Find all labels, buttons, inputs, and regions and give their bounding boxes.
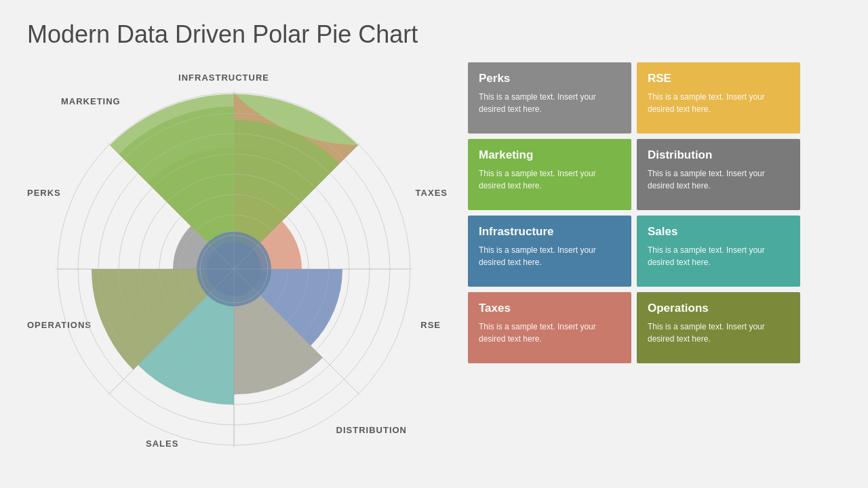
legend-card-operations: OperationsThis is a sample text. Insert … xyxy=(637,292,800,363)
legend-card-perks: PerksThis is a sample text. Insert your … xyxy=(468,62,631,134)
card-title-perks: Perks xyxy=(479,72,620,85)
card-title-rse: RSE xyxy=(648,72,789,85)
legend-card-rse: RSEThis is a sample text. Insert your de… xyxy=(637,62,800,134)
content-area: INFRASTRUCTURE TAXES RSE DISTRIBUTION SA… xyxy=(27,62,841,455)
card-text-rse: This is a sample text. Insert your desir… xyxy=(648,91,789,115)
card-text-marketing: This is a sample text. Insert your desir… xyxy=(479,167,620,192)
legend-card-distribution: DistributionThis is a sample text. Inser… xyxy=(637,139,800,210)
card-title-taxes: Taxes xyxy=(479,302,620,315)
legend-card-infrastructure: InfrastructureThis is a sample text. Ins… xyxy=(468,216,631,287)
card-title-operations: Operations xyxy=(648,302,789,315)
card-title-sales: Sales xyxy=(648,225,789,239)
label-infrastructure: INFRASTRUCTURE xyxy=(178,73,269,83)
card-title-distribution: Distribution xyxy=(648,148,789,162)
card-text-taxes: This is a sample text. Insert your desir… xyxy=(479,321,620,345)
card-title-marketing: Marketing xyxy=(479,148,620,162)
card-text-operations: This is a sample text. Insert your desir… xyxy=(648,321,789,345)
legend-card-marketing: MarketingThis is a sample text. Insert y… xyxy=(468,139,631,210)
card-text-perks: This is a sample text. Insert your desir… xyxy=(479,91,620,115)
card-title-infrastructure: Infrastructure xyxy=(479,225,620,239)
label-rse: RSE xyxy=(420,320,441,330)
card-text-infrastructure: This is a sample text. Insert your desir… xyxy=(479,244,620,268)
polar-chart-svg xyxy=(54,89,414,449)
legend-card-sales: SalesThis is a sample text. Insert your … xyxy=(637,216,800,287)
page: Modern Data Driven Polar Pie Chart INFRA… xyxy=(0,0,868,488)
legend-card-taxes: TaxesThis is a sample text. Insert your … xyxy=(468,292,631,363)
card-text-distribution: This is a sample text. Insert your desir… xyxy=(648,167,789,192)
page-title: Modern Data Driven Polar Pie Chart xyxy=(27,20,841,49)
card-text-sales: This is a sample text. Insert your desir… xyxy=(648,244,789,268)
legend-area: PerksThis is a sample text. Insert your … xyxy=(468,62,800,363)
chart-area: INFRASTRUCTURE TAXES RSE DISTRIBUTION SA… xyxy=(27,62,448,455)
label-taxes: TAXES xyxy=(416,188,448,198)
